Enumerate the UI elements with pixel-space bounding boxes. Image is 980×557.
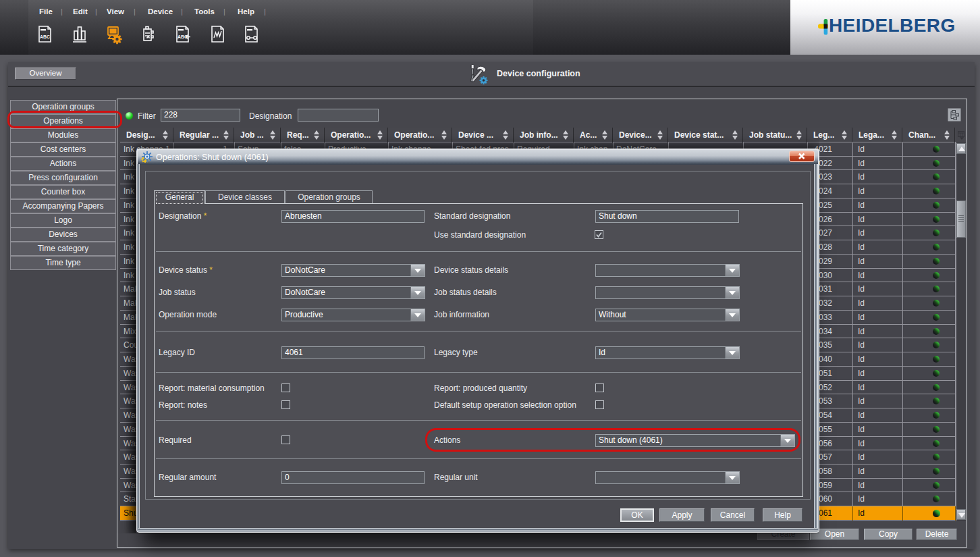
svg-text:ABC: ABC — [40, 34, 50, 39]
